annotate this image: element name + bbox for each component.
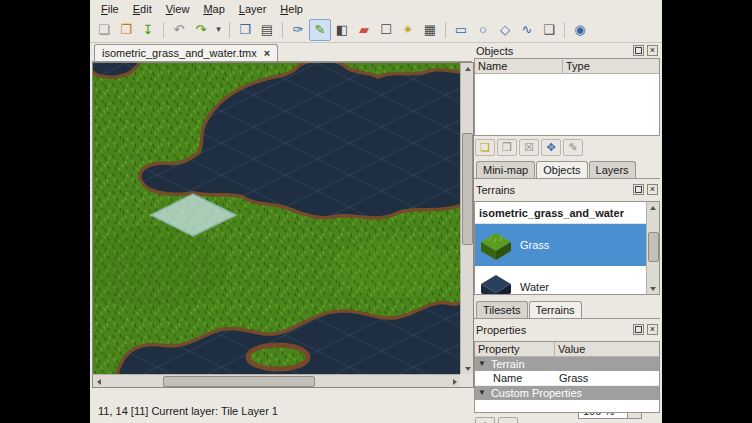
duplicate-object-icon[interactable]: ❒ <box>497 139 517 156</box>
properties-actions: + − <box>474 417 660 423</box>
objects-toolbar: ❏ ❒ ☒ ✥ ✎ <box>474 136 660 159</box>
close-panel-icon[interactable]: × <box>647 45 658 56</box>
empty-row <box>475 400 659 412</box>
toolbar-separator <box>282 22 283 38</box>
paste-icon[interactable]: ▤ <box>256 19 278 41</box>
collapse-icon[interactable]: ▼ <box>478 389 486 397</box>
scroll-right-icon[interactable] <box>449 376 460 387</box>
scroll-down-icon[interactable] <box>462 363 473 374</box>
scroll-up-icon[interactable] <box>462 63 473 74</box>
menu-view[interactable]: View <box>159 2 197 16</box>
close-panel-icon[interactable]: × <box>647 184 658 195</box>
add-property-button[interactable]: + <box>475 417 495 423</box>
insert-ellipse-icon[interactable]: ○ <box>472 19 494 41</box>
float-panel-icon[interactable] <box>633 184 644 195</box>
group-label: Terrain <box>491 358 525 370</box>
property-group-custom[interactable]: ▼ Custom Properties <box>475 386 659 400</box>
properties-table-header: Property Value <box>475 342 659 357</box>
open-map-icon[interactable]: ❐ <box>115 19 137 41</box>
tab-mini-map[interactable]: Mini-map <box>476 161 535 178</box>
menu-file[interactable]: File <box>94 2 126 16</box>
menu-help[interactable]: Help <box>273 2 310 16</box>
toolbar-separator <box>445 22 446 38</box>
float-panel-icon[interactable] <box>633 45 644 56</box>
properties-panel-title: Properties <box>476 324 630 336</box>
property-value[interactable]: Grass <box>555 372 588 384</box>
bucket-fill-icon[interactable]: ◧ <box>331 19 353 41</box>
map-horizontal-scrollbar[interactable] <box>93 374 460 387</box>
save-map-icon[interactable]: ↧ <box>137 19 159 41</box>
eraser-icon[interactable]: ▰ <box>353 19 375 41</box>
add-object-icon[interactable]: ❏ <box>475 139 495 156</box>
tab-tilesets[interactable]: Tilesets <box>476 301 528 318</box>
terrain-item-water[interactable]: Water <box>475 266 659 295</box>
dock-tabs-top: Mini-map Objects Layers <box>474 159 660 179</box>
redo-history-dropdown-icon[interactable]: ▾ <box>212 19 225 41</box>
value-column-header[interactable]: Value <box>555 342 659 356</box>
right-dock: Objects × Name Type ❏ ❒ ☒ ✥ ✎ Mini-map O… <box>474 43 660 423</box>
properties-panel-titlebar: Properties × <box>474 322 660 337</box>
map-vertical-scrollbar[interactable] <box>460 63 473 374</box>
float-panel-icon[interactable] <box>633 324 644 335</box>
remove-property-button[interactable]: − <box>498 417 518 423</box>
toolbar-separator <box>564 22 565 38</box>
collapse-icon[interactable]: ▼ <box>478 360 486 368</box>
close-tab-icon[interactable]: × <box>264 47 270 59</box>
toolbar-separator <box>163 22 164 38</box>
terrains-scroll-thumb[interactable] <box>648 232 659 262</box>
insert-polyline-icon[interactable]: ∿ <box>516 19 538 41</box>
terrain-brush-icon[interactable]: ✎ <box>309 19 331 41</box>
scroll-up-icon[interactable] <box>647 202 658 213</box>
tiled-window: File Edit View Map Layer Help ❏ ❐ ↧ ↶ ↷ … <box>90 0 662 423</box>
scroll-down-icon[interactable] <box>647 283 658 294</box>
tab-layers[interactable]: Layers <box>589 161 636 178</box>
tab-objects[interactable]: Objects <box>536 161 587 178</box>
terrains-list[interactable]: isometric_grass_and_water Grass Water <box>474 201 660 295</box>
close-panel-icon[interactable]: × <box>647 324 658 335</box>
terrain-label: Grass <box>520 239 549 251</box>
terrain-item-grass[interactable]: Grass <box>475 224 659 266</box>
vertical-scroll-thumb[interactable] <box>462 133 473 245</box>
same-tile-select-icon[interactable]: ▦ <box>419 19 441 41</box>
rectangular-select-icon[interactable]: ☐ <box>375 19 397 41</box>
map-canvas[interactable] <box>93 63 460 374</box>
menu-edit[interactable]: Edit <box>126 2 159 16</box>
terrain-label: Water <box>520 281 549 293</box>
objects-column-type[interactable]: Type <box>563 59 659 73</box>
menu-map[interactable]: Map <box>196 2 231 16</box>
new-map-icon[interactable]: ❏ <box>93 19 115 41</box>
insert-rectangle-icon[interactable]: ▭ <box>450 19 472 41</box>
terrains-panel-title: Terrains <box>476 184 630 196</box>
remove-object-icon[interactable]: ☒ <box>519 139 539 156</box>
horizontal-scroll-thumb[interactable] <box>163 376 315 387</box>
objects-panel-titlebar: Objects × <box>474 43 660 58</box>
property-group-terrain[interactable]: ▼ Terrain <box>475 357 659 371</box>
terrains-scrollbar[interactable] <box>646 202 659 294</box>
document-tab[interactable]: isometric_grass_and_water.tmx × <box>94 44 278 61</box>
menu-layer[interactable]: Layer <box>232 2 274 16</box>
scroll-left-icon[interactable] <box>93 376 104 387</box>
property-column-header[interactable]: Property <box>475 342 555 356</box>
insert-tile-icon[interactable]: ❑ <box>538 19 560 41</box>
insert-polygon-icon[interactable]: ◇ <box>494 19 516 41</box>
status-text: 11, 14 [11] Current layer: Tile Layer 1 <box>98 405 278 417</box>
move-object-icon[interactable]: ✥ <box>541 139 561 156</box>
document-tabbar: isometric_grass_and_water.tmx × <box>92 43 472 62</box>
objects-table[interactable]: Name Type <box>474 58 660 136</box>
undo-icon[interactable]: ↶ <box>168 19 190 41</box>
grass-terrain-thumbnail <box>479 228 513 262</box>
objects-column-name[interactable]: Name <box>475 59 563 73</box>
property-row-name[interactable]: Name Grass <box>475 371 659 386</box>
tab-terrains[interactable]: Terrains <box>529 301 582 318</box>
tileset-name: isometric_grass_and_water <box>475 202 659 224</box>
stamp-brush-icon[interactable]: ✑ <box>287 19 309 41</box>
objects-panel-title: Objects <box>476 45 630 57</box>
magic-wand-icon[interactable]: ✴ <box>397 19 419 41</box>
property-key: Name <box>475 372 555 384</box>
grass-island <box>248 345 308 369</box>
copy-icon[interactable]: ❒ <box>234 19 256 41</box>
properties-table[interactable]: Property Value ▼ Terrain Name Grass ▼ Cu… <box>474 341 660 413</box>
toggle-visibility-icon[interactable]: ◉ <box>569 19 591 41</box>
object-properties-icon[interactable]: ✎ <box>563 139 583 156</box>
redo-icon[interactable]: ↷ <box>190 19 212 41</box>
